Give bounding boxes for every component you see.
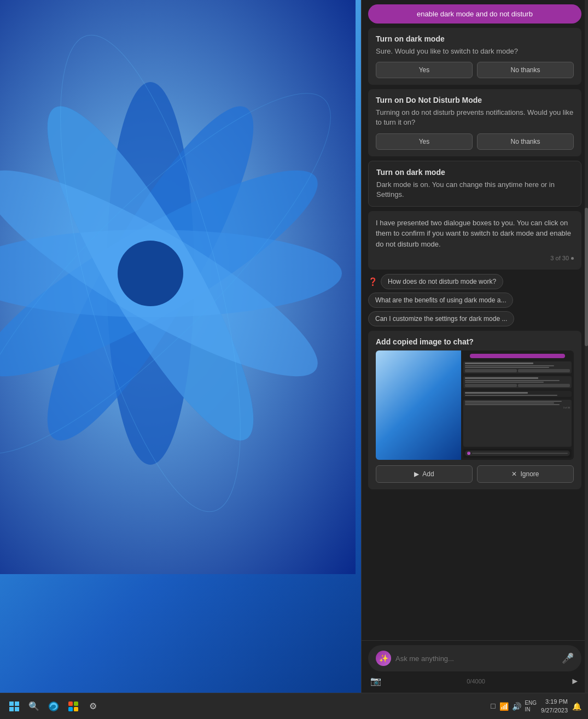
sidebar-panel: enable dark mode and do not disturb Turn… (361, 0, 588, 693)
dnd-card-body: Turning on do not disturb prevents notif… (376, 108, 574, 127)
chat-footer: 3 of 30 (376, 254, 574, 263)
dark-mode-on-title: Turn on dark mode (376, 168, 573, 177)
edge-icon (48, 701, 59, 712)
ignore-button-label: Ignore (520, 470, 539, 478)
clock-date: 9/27/2023 (541, 706, 568, 715)
svg-rect-19 (74, 707, 78, 711)
svg-rect-18 (68, 707, 73, 711)
taskbar-clock[interactable]: 3:19 PM 9/27/2023 (541, 698, 568, 715)
mini-sidebar: 3 of 30 (461, 350, 574, 460)
dark-mode-no-button[interactable]: No thanks (477, 62, 574, 78)
language-indicator: ENG IN (525, 700, 537, 713)
bottom-input-bar: ✨ 🎤 📷 0/4000 ► (362, 640, 588, 693)
suggestion-chip-1[interactable]: How does do not disturb mode work? (381, 274, 503, 289)
image-card: Add copied image to chat? (368, 331, 581, 489)
svg-point-8 (118, 241, 183, 306)
add-button-label: Add (422, 470, 434, 478)
pagination-dot (571, 257, 574, 260)
suggestion-help-icon: ❓ (368, 277, 377, 286)
dnd-card: Turn on Do Not Disturb Mode Turning on d… (368, 89, 581, 156)
add-play-icon: ▶ (414, 470, 419, 478)
scrollbar-track (585, 0, 588, 693)
start-button[interactable] (7, 699, 22, 714)
copilot-sidebar: enable dark mode and do not disturb Turn… (361, 0, 588, 693)
image-action-buttons: ▶ Add ✕ Ignore (376, 465, 574, 483)
chat-message-text: I have presented two dialogue boxes to y… (376, 219, 571, 248)
send-button[interactable]: ► (570, 676, 579, 686)
char-count: 0/4000 (467, 678, 485, 685)
taskbar: 🔍 ⚙ ☐ 📶 🔊 EN (0, 693, 588, 719)
taskbar-sys-icons: ☐ 📶 🔊 ENG IN (490, 700, 537, 713)
input-footer: 📷 0/4000 ► (368, 676, 581, 686)
clock-time: 3:19 PM (541, 698, 568, 706)
pagination-text: 3 of 30 (550, 254, 569, 263)
mini-screenshot: 3 of 30 (376, 350, 574, 460)
sidebar-scroll-content: enable dark mode and do not disturb Turn… (362, 0, 588, 640)
dark-mode-card-body: Sure. Would you like to switch to dark m… (376, 46, 574, 56)
taskbar-edge-button[interactable] (46, 699, 61, 714)
dnd-card-title: Turn on Do Not Disturb Mode (376, 96, 574, 104)
taskbar-left: 🔍 ⚙ (7, 699, 101, 714)
taskbar-search-button[interactable]: 🔍 (26, 699, 42, 714)
dnd-yes-button[interactable]: Yes (376, 133, 473, 150)
show-desktop-icon[interactable]: ☐ (490, 703, 496, 710)
screenshot-button[interactable]: 📷 (370, 676, 381, 686)
svg-rect-17 (74, 702, 78, 706)
suggestion-row-1: ❓ How does do not disturb mode work? (368, 274, 581, 289)
suggestion-chip-2[interactable]: What are the benefits of using dark mode… (368, 293, 513, 308)
desktop-wallpaper (0, 0, 361, 693)
suggestion-row-3: Can I customize the settings for dark mo… (368, 311, 581, 326)
svg-rect-14 (15, 707, 19, 711)
ignore-image-button[interactable]: ✕ Ignore (477, 465, 574, 483)
dark-mode-card-title: Turn on dark mode (376, 34, 574, 43)
notification-bell[interactable]: 🔔 (572, 702, 581, 711)
taskbar-right: ☐ 📶 🔊 ENG IN 3:19 PM 9/27/2023 🔔 (490, 698, 581, 715)
dnd-no-button[interactable]: No thanks (477, 133, 574, 150)
mic-button[interactable]: 🎤 (562, 652, 574, 664)
copilot-avatar: ✨ (376, 651, 391, 666)
image-preview: 3 of 30 (376, 350, 574, 460)
suggestions-container: ❓ How does do not disturb mode work? Wha… (368, 274, 581, 326)
input-row: ✨ 🎤 (368, 645, 581, 671)
dark-mode-on-body: Dark mode is on. You can change this any… (376, 180, 573, 200)
suggestion-row-2: What are the benefits of using dark mode… (368, 293, 581, 308)
add-image-button[interactable]: ▶ Add (376, 465, 473, 483)
svg-rect-11 (9, 702, 14, 706)
svg-rect-13 (9, 707, 14, 711)
wallpaper-art (0, 0, 356, 574)
network-icon[interactable]: 📶 (499, 702, 509, 711)
windows-icon (9, 702, 19, 711)
dark-mode-card-buttons: Yes No thanks (376, 62, 574, 78)
dark-mode-on-card: Turn on dark mode Dark mode is on. You c… (368, 161, 581, 207)
dark-mode-card: Turn on dark mode Sure. Would you like t… (368, 28, 581, 85)
taskbar-settings-button[interactable]: ⚙ (85, 699, 101, 714)
image-card-title: Add copied image to chat? (376, 337, 574, 346)
volume-icon[interactable]: 🔊 (512, 702, 521, 711)
dnd-card-buttons: Yes No thanks (376, 133, 574, 150)
chat-message: I have presented two dialogue boxes to y… (368, 211, 581, 270)
ignore-x-icon: ✕ (511, 470, 517, 478)
taskbar-store-button[interactable] (66, 699, 81, 714)
svg-rect-16 (68, 702, 73, 706)
scrollbar-thumb[interactable] (585, 208, 588, 346)
mini-wallpaper (376, 350, 461, 460)
suggestion-chip-3[interactable]: Can I customize the settings for dark mo… (368, 311, 514, 326)
chat-input[interactable] (395, 654, 557, 663)
store-icon (68, 701, 79, 712)
copilot-icon: ✨ (379, 654, 388, 663)
enable-dark-mode-button[interactable]: enable dark mode and do not disturb (368, 4, 581, 24)
dark-mode-yes-button[interactable]: Yes (376, 62, 473, 78)
svg-rect-12 (15, 702, 19, 706)
